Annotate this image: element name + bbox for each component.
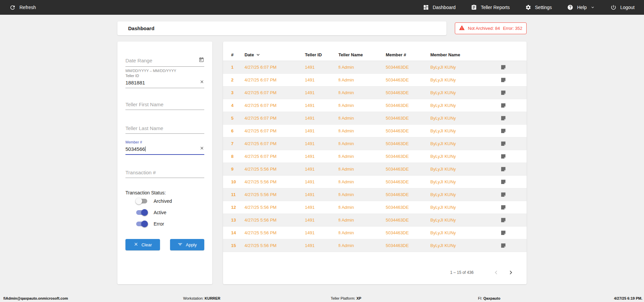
cell-date: 4/27/25 6:07 PM xyxy=(245,141,305,146)
member-number-field[interactable]: 5034566 xyxy=(125,146,204,155)
nav-settings-label: Settings xyxy=(535,5,552,10)
toggle-row-active: Active xyxy=(136,207,204,218)
nav-dashboard-label: Dashboard xyxy=(433,5,456,10)
filter-sidebar: Date Range MM/DD/YYYY – MM/DD/YYYY Telle… xyxy=(117,42,212,284)
cell-teller-id: 1491 xyxy=(305,243,338,248)
cell-member-name: ByLyJI KUNy xyxy=(430,218,486,223)
note-icon[interactable] xyxy=(486,115,520,121)
cell-row-number: 13 xyxy=(231,218,245,223)
table-row[interactable]: 64/27/25 6:07 PM1491fi Admin5034463DEByL… xyxy=(223,125,527,137)
cell-teller-name: fi Admin xyxy=(338,128,386,133)
nav-help[interactable]: Help xyxy=(567,4,595,10)
note-icon[interactable] xyxy=(486,166,520,172)
warning-icon xyxy=(459,25,465,32)
teller-first-name-field[interactable]: Teller First Name xyxy=(125,102,204,110)
nav-teller-reports[interactable]: Teller Reports xyxy=(471,4,509,10)
col-header-member-number[interactable]: Member # xyxy=(386,52,430,57)
cell-teller-name: fi Admin xyxy=(338,116,386,121)
transactions-table-panel: # Date Teller ID Teller Name Member # Me… xyxy=(223,42,527,284)
refresh-button[interactable]: Refresh xyxy=(9,4,36,11)
table-row[interactable]: 94/27/25 5:56 PM1491fi Admin5034463DEByL… xyxy=(223,163,527,176)
note-icon[interactable] xyxy=(486,90,520,96)
note-icon[interactable] xyxy=(486,217,520,223)
cell-member-name: ByLyJI KUNy xyxy=(430,230,486,235)
cell-date: 4/27/25 6:07 PM xyxy=(245,116,305,121)
transaction-number-field[interactable]: Transaction # xyxy=(125,170,204,178)
cell-member-name: ByLyJI KUNy xyxy=(430,103,486,108)
note-icon[interactable] xyxy=(486,128,520,134)
note-icon[interactable] xyxy=(486,141,520,146)
col-header-number[interactable]: # xyxy=(231,52,245,57)
nav-dashboard[interactable]: Dashboard xyxy=(423,4,456,10)
cell-member-number: 5034463DE xyxy=(386,167,430,172)
cell-row-number: 4 xyxy=(231,103,245,108)
cell-teller-name: fi Admin xyxy=(338,230,386,235)
col-header-member-name[interactable]: Member Name xyxy=(430,52,486,57)
table-row[interactable]: 34/27/25 6:07 PM1491fi Admin5034463DEByL… xyxy=(223,86,527,99)
cell-teller-id: 1491 xyxy=(305,141,338,146)
archived-toggle[interactable] xyxy=(136,198,148,204)
date-range-field[interactable]: Date Range xyxy=(125,57,204,67)
table-row[interactable]: 114/27/25 5:56 PM1491fi Admin5034463DEBy… xyxy=(223,188,527,201)
clear-teller-id-icon[interactable] xyxy=(200,79,204,85)
cell-date: 4/27/25 5:56 PM xyxy=(245,218,305,223)
teller-last-name-field[interactable]: Teller Last Name xyxy=(125,125,204,134)
nav-logout[interactable]: Logout xyxy=(610,4,635,10)
table-row[interactable]: 124/27/25 5:56 PM1491fi Admin5034463DEBy… xyxy=(223,201,527,214)
cell-date: 4/27/25 6:07 PM xyxy=(245,154,305,159)
clear-member-number-icon[interactable] xyxy=(200,146,204,152)
cell-teller-name: fi Admin xyxy=(338,90,386,95)
table-row[interactable]: 154/27/25 5:56 PM1491fi Admin5034463DEBy… xyxy=(223,239,527,252)
cell-date: 4/27/25 5:56 PM xyxy=(245,230,305,235)
previous-page-icon[interactable] xyxy=(490,268,502,277)
apply-button[interactable]: Apply xyxy=(170,239,205,250)
refresh-label: Refresh xyxy=(19,5,36,10)
col-header-teller-id[interactable]: Teller ID xyxy=(305,52,338,57)
note-icon[interactable] xyxy=(486,103,520,108)
teller-id-field[interactable]: 1881881 xyxy=(125,79,204,88)
nav-teller-reports-label: Teller Reports xyxy=(481,5,509,10)
cell-date: 4/27/25 6:07 PM xyxy=(245,128,305,133)
status-alert-badge[interactable]: Not Archived: 84 Error: 352 xyxy=(455,22,527,34)
col-header-teller-name[interactable]: Teller Name xyxy=(338,52,386,57)
next-page-icon[interactable] xyxy=(505,268,517,277)
table-row[interactable]: 84/27/25 6:07 PM1491fi Admin5034463DEByL… xyxy=(223,150,527,163)
note-icon[interactable] xyxy=(486,230,520,236)
workstation-value: KURRER xyxy=(205,296,220,300)
table-row[interactable]: 104/27/25 5:56 PM1491fi Admin5034463DEBy… xyxy=(223,176,527,188)
active-toggle[interactable] xyxy=(136,209,148,216)
clear-button[interactable]: Clear xyxy=(125,239,160,250)
clear-button-label: Clear xyxy=(142,242,152,247)
table-row[interactable]: 44/27/25 6:07 PM1491fi Admin5034463DEByL… xyxy=(223,99,527,112)
note-icon[interactable] xyxy=(486,243,520,248)
cell-date: 4/27/25 5:56 PM xyxy=(245,179,305,184)
table-body: 14/27/25 6:07 PM1491fi Admin5034463DEByL… xyxy=(223,61,527,252)
table-row[interactable]: 134/27/25 5:56 PM1491fi Admin5034463DEBy… xyxy=(223,214,527,227)
note-icon[interactable] xyxy=(486,77,520,83)
col-header-date[interactable]: Date xyxy=(245,52,305,58)
calendar-icon[interactable] xyxy=(199,57,204,64)
table-row[interactable]: 74/27/25 6:07 PM1491fi Admin5034463DEByL… xyxy=(223,137,527,150)
error-toggle-label: Error xyxy=(154,221,164,227)
table-row[interactable]: 14/27/25 6:07 PM1491fi Admin5034463DEByL… xyxy=(223,61,527,74)
cell-row-number: 7 xyxy=(231,141,245,146)
cell-member-number: 5034463DE xyxy=(386,154,430,159)
cell-member-name: ByLyJI KUNy xyxy=(430,65,486,70)
table-row[interactable]: 54/27/25 6:07 PM1491fi Admin5034463DEByL… xyxy=(223,112,527,125)
date-range-placeholder: Date Range xyxy=(125,58,152,63)
note-icon[interactable] xyxy=(486,179,520,185)
note-icon[interactable] xyxy=(486,154,520,159)
table-row[interactable]: 144/27/25 5:56 PM1491fi Admin5034463DEBy… xyxy=(223,227,527,239)
cell-row-number: 14 xyxy=(231,230,245,235)
table-row[interactable]: 24/27/25 6:07 PM1491fi Admin5034463DEByL… xyxy=(223,74,527,86)
error-toggle[interactable] xyxy=(136,221,148,227)
not-archived-count: Not Archived: 84 xyxy=(468,26,500,31)
nav-settings[interactable]: Settings xyxy=(525,4,552,10)
note-icon[interactable] xyxy=(486,192,520,197)
cell-member-number: 5034463DE xyxy=(386,77,430,82)
note-icon[interactable] xyxy=(486,204,520,210)
cell-teller-name: fi Admin xyxy=(338,65,386,70)
cell-member-name: ByLyJI KUNy xyxy=(430,90,486,95)
note-icon[interactable] xyxy=(486,64,520,70)
cell-member-name: ByLyJI KUNy xyxy=(430,192,486,197)
